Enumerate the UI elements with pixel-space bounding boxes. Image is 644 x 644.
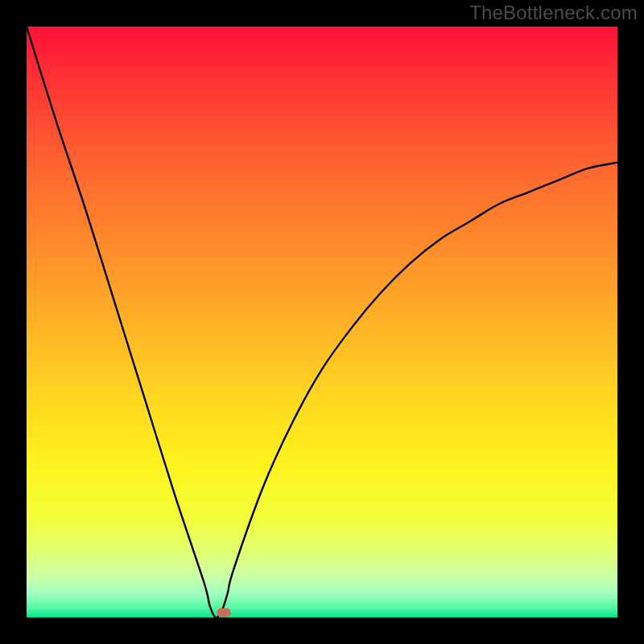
chart-svg (27, 27, 617, 617)
optimum-marker (217, 609, 231, 617)
gradient-rect (27, 27, 617, 617)
chart-frame: TheBottleneck.com (0, 0, 644, 644)
plot-area (27, 27, 617, 617)
attribution-label: TheBottleneck.com (469, 2, 638, 24)
